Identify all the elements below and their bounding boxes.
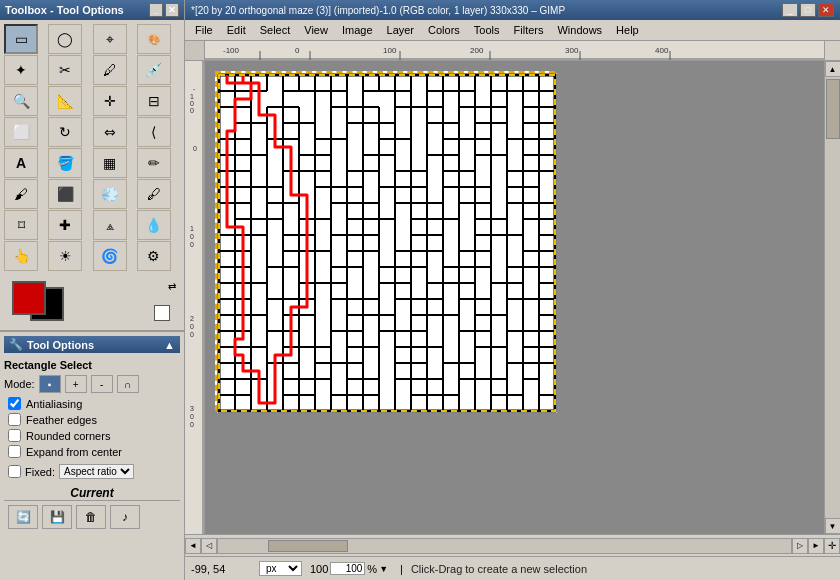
by-color-select-tool[interactable]: 🎨 <box>137 24 171 54</box>
text-tool[interactable]: A <box>4 148 38 178</box>
coordinates-display: -99, 54 <box>191 563 251 575</box>
smudge-tool[interactable]: 👆 <box>4 241 38 271</box>
main-close-btn[interactable]: ✕ <box>818 3 834 17</box>
perspective-clone-tool[interactable]: ⟁ <box>93 210 127 240</box>
tool-options-collapse[interactable]: ▲ <box>164 339 175 351</box>
save-options-btn[interactable]: 💾 <box>42 505 72 529</box>
menu-help[interactable]: Help <box>610 22 645 38</box>
color-picker-tool[interactable]: 💉 <box>137 55 171 85</box>
toolbox-close-button[interactable]: ✕ <box>165 3 179 17</box>
move-tool[interactable]: ✛ <box>93 86 127 116</box>
color-swap-icon[interactable]: ⇄ <box>168 281 176 292</box>
unit-select[interactable]: px mm in <box>259 561 302 576</box>
expand-checkbox[interactable] <box>8 445 21 458</box>
v-scroll-thumb[interactable] <box>826 79 840 139</box>
svg-text:0: 0 <box>190 323 194 330</box>
path-tool[interactable]: 🖊 <box>93 55 127 85</box>
scrollbar-cross-btn[interactable]: ✛ <box>824 538 840 554</box>
paintbrush-tool[interactable]: 🖌 <box>4 179 38 209</box>
menu-image[interactable]: Image <box>336 22 379 38</box>
bucket-fill-tool[interactable]: 🪣 <box>48 148 82 178</box>
scroll-nav-left2[interactable]: ◁ <box>201 538 217 554</box>
ink-tool[interactable]: 🖋 <box>137 179 171 209</box>
main-maximize-btn[interactable]: □ <box>800 3 816 17</box>
default-colors-icon[interactable] <box>154 305 170 321</box>
tools-grid: ▭ ◯ ⌖ 🎨 ✦ ✂ 🖊 💉 🔍 📐 ✛ ⊟ ⬜ ↻ ⇔ ⟨ A 🪣 ▦ ✏ … <box>0 20 184 275</box>
shear-tool[interactable]: ⟨ <box>137 117 171 147</box>
canvas-scroll-area[interactable] <box>205 61 824 534</box>
options-menu-btn[interactable]: ♪ <box>110 505 140 529</box>
main-titlebar: *[20 by 20 orthogonal maze (3)] (importe… <box>185 0 840 20</box>
antialiasing-checkbox[interactable] <box>8 397 21 410</box>
feather-checkbox[interactable] <box>8 413 21 426</box>
svg-text:-100: -100 <box>223 46 240 55</box>
menu-windows[interactable]: Windows <box>551 22 608 38</box>
v-scroll-down-btn[interactable]: ▼ <box>825 518 841 534</box>
eraser-tool[interactable]: ⬛ <box>48 179 82 209</box>
svg-text:0: 0 <box>190 100 194 107</box>
scissors-tool[interactable]: ✂ <box>48 55 82 85</box>
wrench-icon: 🔧 <box>9 338 23 351</box>
rotate-tool[interactable]: ↻ <box>48 117 82 147</box>
delete-options-btn[interactable]: 🗑 <box>76 505 106 529</box>
menu-view[interactable]: View <box>298 22 334 38</box>
toolbox-titlebar: Toolbox - Tool Options _ ✕ <box>0 0 184 20</box>
svg-text:0: 0 <box>190 233 194 240</box>
scroll-nav-left[interactable]: ◄ <box>185 538 201 554</box>
align-tool[interactable]: ⊟ <box>137 86 171 116</box>
clone-tool[interactable]: ⌑ <box>4 210 38 240</box>
main-minimize-btn[interactable]: _ <box>782 3 798 17</box>
free-select-tool[interactable]: ⌖ <box>93 24 127 54</box>
foreground-color-box[interactable] <box>12 281 46 315</box>
mode-row: Mode: ▪ + - ∩ <box>4 375 180 393</box>
svg-text:3: 3 <box>190 405 194 412</box>
heal-tool[interactable]: ✚ <box>48 210 82 240</box>
v-scroll-track[interactable] <box>825 77 840 518</box>
mode-replace-btn[interactable]: ▪ <box>39 375 61 393</box>
menu-edit[interactable]: Edit <box>221 22 252 38</box>
menu-colors[interactable]: Colors <box>422 22 466 38</box>
blur-sharpen-tool[interactable]: 💧 <box>137 210 171 240</box>
svg-text:0: 0 <box>190 421 194 428</box>
v-scroll-up-btn[interactable]: ▲ <box>825 61 841 77</box>
h-scrollbar[interactable] <box>217 538 792 554</box>
scroll-nav-right[interactable]: ► <box>808 538 824 554</box>
status-message: Click-Drag to create a new selection <box>411 563 587 575</box>
toolbox-minimize-button[interactable]: _ <box>149 3 163 17</box>
airbrush-tool[interactable]: 💨 <box>93 179 127 209</box>
menu-filters[interactable]: Filters <box>508 22 550 38</box>
mode-intersect-btn[interactable]: ∩ <box>117 375 139 393</box>
scale-tool[interactable]: ⇔ <box>93 117 127 147</box>
zoom-tool[interactable]: 🔍 <box>4 86 38 116</box>
pencil-tool[interactable]: ✏ <box>137 148 171 178</box>
svg-text:0: 0 <box>190 413 194 420</box>
fixed-checkbox[interactable] <box>8 465 21 478</box>
mode-subtract-btn[interactable]: - <box>91 375 113 393</box>
measure-tool[interactable]: 📐 <box>48 86 82 116</box>
menu-select[interactable]: Select <box>254 22 297 38</box>
menu-tools[interactable]: Tools <box>468 22 506 38</box>
rounded-checkbox[interactable] <box>8 429 21 442</box>
extra-tool[interactable]: ⚙ <box>137 241 171 271</box>
scroll-nav-right2[interactable]: ▷ <box>792 538 808 554</box>
vertical-ruler: -100 - 1 0 0 0 1 0 0 2 0 0 3 0 0 <box>185 61 205 534</box>
menu-file[interactable]: File <box>189 22 219 38</box>
crop-tool[interactable]: ⬜ <box>4 117 38 147</box>
tool-options-header: 🔧 Tool Options ▲ <box>4 336 180 353</box>
rect-select-tool[interactable]: ▭ <box>4 24 38 54</box>
bottom-icons: 🔄 💾 🗑 ♪ <box>4 500 180 533</box>
fixed-label: Fixed: <box>25 466 55 478</box>
dodge-burn-tool[interactable]: ☀ <box>48 241 82 271</box>
zoom-dropdown-icon[interactable]: ▼ <box>379 564 388 574</box>
mode-add-btn[interactable]: + <box>65 375 87 393</box>
fixed-select[interactable]: Aspect ratio Width Height Size <box>59 464 134 479</box>
fuzzy-select-tool[interactable]: ✦ <box>4 55 38 85</box>
warp-tool[interactable]: 🌀 <box>93 241 127 271</box>
restore-defaults-btn[interactable]: 🔄 <box>8 505 38 529</box>
toolbox-panel: Toolbox - Tool Options _ ✕ ▭ ◯ ⌖ 🎨 ✦ ✂ 🖊… <box>0 0 185 580</box>
h-scroll-thumb[interactable] <box>268 540 348 552</box>
blend-tool[interactable]: ▦ <box>93 148 127 178</box>
menu-layer[interactable]: Layer <box>381 22 421 38</box>
ellipse-select-tool[interactable]: ◯ <box>48 24 82 54</box>
zoom-input[interactable] <box>330 562 365 575</box>
